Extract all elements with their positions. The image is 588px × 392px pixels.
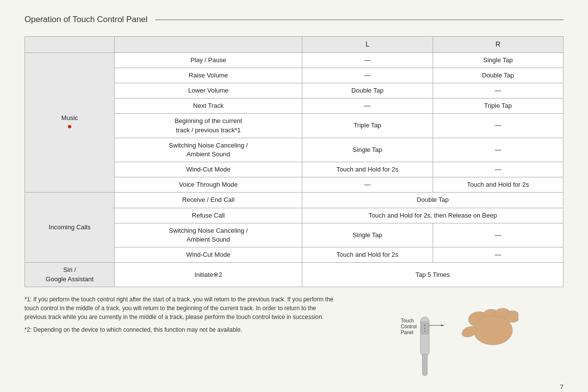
- diagram-area: Touch Control Panel: [356, 295, 564, 378]
- header-l: L: [302, 37, 433, 53]
- footnote-text-block: *1: If you perform the touch control rig…: [24, 295, 336, 378]
- r-play-pause: Single Tap: [433, 52, 563, 68]
- r-beginning-track: —: [433, 114, 563, 138]
- lr-refuse-call: Touch and Hold for 2s, then Release on B…: [302, 208, 564, 223]
- action-play-pause: Play / Pause: [115, 52, 302, 68]
- diagram-label-control: Control: [401, 324, 416, 329]
- l-switching-noise-music: Single Tap: [302, 138, 433, 162]
- action-beginning-track: Beginning of the currenttrack / previous…: [115, 114, 302, 138]
- r-voice-through: Touch and Hold for 2s: [433, 177, 563, 193]
- title-line: [155, 20, 564, 20]
- action-receive-end-call: Receive / End Call: [115, 193, 302, 208]
- action-wind-cut-music: Wind-Cut Mode: [115, 162, 302, 177]
- table-row: Incoming Calls Receive / End Call Double…: [25, 193, 564, 208]
- action-next-track: Next Track: [115, 98, 302, 114]
- svg-point-4: [473, 316, 513, 345]
- header-r: R: [433, 37, 563, 53]
- action-wind-cut-calls: Wind-Cut Mode: [115, 247, 302, 263]
- red-dot-indicator: ●: [67, 122, 72, 130]
- page-title: Operation of Touch Control Panel: [24, 15, 147, 24]
- header-category: [25, 37, 115, 53]
- title-row: Operation of Touch Control Panel: [24, 15, 564, 24]
- svg-rect-7: [422, 354, 427, 376]
- category-music: Music●: [25, 52, 115, 193]
- l-wind-cut-calls: Touch and Hold for 2s: [302, 247, 433, 263]
- header-action: [115, 37, 302, 53]
- l-voice-through: —: [302, 177, 433, 193]
- r-wind-cut-music: —: [433, 162, 563, 177]
- touch-control-table: L R Music● Play / Pause — Single Tap Rai…: [24, 36, 564, 287]
- l-next-track: —: [302, 98, 433, 114]
- lr-receive-end-call: Double Tap: [302, 193, 564, 208]
- table-row: Music● Play / Pause — Single Tap: [25, 52, 564, 68]
- r-next-track: Triple Tap: [433, 98, 563, 114]
- r-switching-noise-music: —: [433, 138, 563, 162]
- table-row: Siri /Google Assistant Initiate※2 Tap 5 …: [25, 263, 564, 287]
- l-switching-noise-calls: Single Tap: [302, 223, 433, 247]
- action-voice-through: Voice Through Mode: [115, 177, 302, 193]
- r-lower-volume: —: [433, 83, 563, 98]
- action-switching-noise-calls: Switching Noise Canceling /Ambient Sound: [115, 223, 302, 247]
- action-refuse-call: Refuse Call: [115, 208, 302, 223]
- r-wind-cut-calls: —: [433, 247, 563, 263]
- category-siri-google: Siri /Google Assistant: [25, 263, 115, 287]
- l-raise-volume: —: [302, 68, 433, 83]
- l-lower-volume: Double Tap: [302, 83, 433, 98]
- r-raise-volume: Double Tap: [433, 68, 563, 83]
- category-incoming-calls: Incoming Calls: [25, 193, 115, 263]
- action-raise-volume: Raise Volume: [115, 68, 302, 83]
- footnote-1: *1: If you perform the touch control rig…: [24, 295, 336, 321]
- footnotes-section: *1: If you perform the touch control rig…: [24, 295, 564, 378]
- page-number: 7: [24, 383, 564, 391]
- lr-initiate: Tap 5 Times: [302, 263, 564, 287]
- footnote-2: *2: Depending on the device to which con…: [24, 325, 336, 334]
- svg-point-9: [424, 324, 426, 326]
- diagram-label-touch: Touch: [401, 318, 414, 323]
- l-beginning-track: Triple Tap: [302, 114, 433, 138]
- action-lower-volume: Lower Volume: [115, 83, 302, 98]
- action-initiate: Initiate※2: [115, 263, 302, 287]
- r-switching-noise-calls: —: [433, 223, 563, 247]
- l-play-pause: —: [302, 52, 433, 68]
- table-header-row: L R: [25, 37, 564, 53]
- svg-point-10: [424, 327, 426, 329]
- page-container: Operation of Touch Control Panel L R Mus…: [24, 15, 564, 391]
- action-switching-noise-music: Switching Noise Canceling /Ambient Sound: [115, 138, 302, 162]
- touch-control-diagram: Touch Control Panel: [401, 295, 518, 378]
- svg-point-11: [424, 330, 426, 332]
- l-wind-cut-music: Touch and Hold for 2s: [302, 162, 433, 177]
- diagram-label-panel: Panel: [401, 330, 414, 335]
